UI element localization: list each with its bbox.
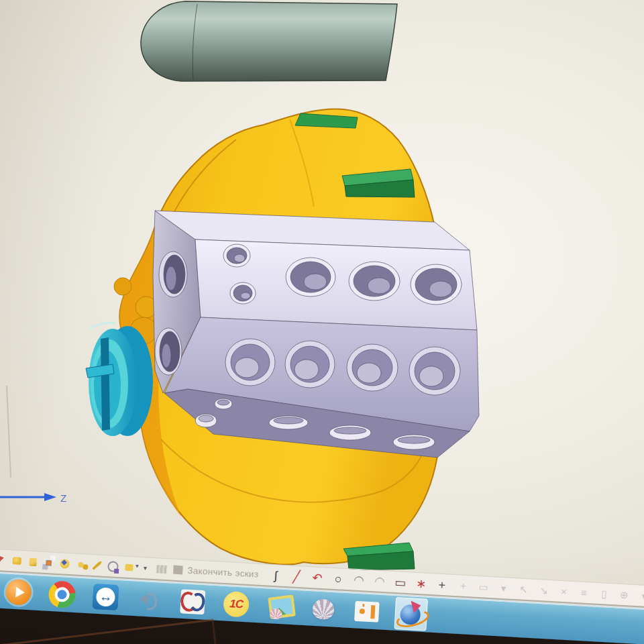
- monitor-photo: Z ▾ Закончить эскиз ʃ╱↶○◠◠▭∗+ +▭▾↖↘×≡▯⊕▾…: [0, 0, 644, 644]
- arc-icon[interactable]: ◠: [352, 574, 366, 586]
- finish-sketch-label: Закончить эскиз: [187, 566, 259, 580]
- yellow-knob-1[interactable]: [114, 278, 131, 295]
- knob-slot-vertical: [101, 337, 110, 431]
- target-faint-icon[interactable]: ⊕: [619, 588, 630, 601]
- diamond-badge-icon[interactable]: [59, 557, 70, 570]
- photo-viewer-icon[interactable]: [264, 590, 296, 623]
- teal-knob[interactable]: [86, 323, 153, 436]
- linked-squares-icon[interactable]: [43, 556, 54, 569]
- finish-sketch-button[interactable]: Закончить эскиз: [173, 565, 259, 580]
- 1c-app-icon[interactable]: 1С: [220, 588, 252, 621]
- cad-viewport[interactable]: Z: [0, 0, 644, 644]
- red-marker-icon[interactable]: [0, 553, 6, 566]
- scanner-app-icon[interactable]: [351, 595, 383, 627]
- arc-alt-icon[interactable]: ◠: [372, 575, 386, 588]
- pencil-tool-icon[interactable]: [91, 559, 103, 572]
- yellow-tool-icon-b[interactable]: [27, 555, 38, 568]
- gray-capsule-cylinder[interactable]: [141, 1, 397, 81]
- volume-icon[interactable]: [133, 583, 165, 615]
- kompas-3d-icon[interactable]: [394, 597, 428, 631]
- dropdown-caret-icon[interactable]: ▾: [140, 561, 151, 574]
- knob-highlight: [90, 323, 115, 329]
- z-axis-indicator: Z: [0, 386, 66, 504]
- panel-faint-icon[interactable]: ▯: [598, 588, 610, 600]
- teamviewer-icon[interactable]: ↔: [89, 581, 121, 613]
- yellow-tool-icon-a[interactable]: [11, 555, 22, 568]
- shape-faint-icon[interactable]: ▭: [478, 581, 489, 594]
- circle-icon[interactable]: ○: [331, 572, 345, 585]
- caret-faint-icon[interactable]: ▾: [498, 582, 509, 594]
- construction-point-icon[interactable]: ∗: [414, 577, 428, 590]
- media-player-icon[interactable]: [2, 576, 34, 608]
- plus-icon[interactable]: +: [435, 578, 449, 591]
- disabled-grid-icon[interactable]: [156, 563, 167, 576]
- zoom-box-icon[interactable]: [107, 560, 119, 573]
- toolbar-left-group: ▾: [0, 553, 167, 575]
- cursor2-faint-icon[interactable]: ↘: [538, 584, 549, 597]
- finish-sketch-icon: [173, 566, 183, 575]
- dimension-faint-icon[interactable]: ≡: [578, 586, 590, 598]
- caret2-faint-icon[interactable]: ▾: [639, 590, 644, 602]
- shell-icon[interactable]: [307, 593, 339, 625]
- cross-faint-icon[interactable]: ×: [558, 586, 570, 598]
- tangent-arc-icon[interactable]: ↶: [311, 572, 325, 584]
- drilled-block[interactable]: [153, 211, 479, 458]
- cursor-faint-icon[interactable]: ↖: [518, 583, 529, 596]
- toolbar-sketch-group: ʃ╱↶○◠◠▭∗+: [269, 569, 449, 591]
- yellow-dropdown-icon[interactable]: [123, 561, 135, 574]
- chrome-icon[interactable]: [46, 578, 78, 610]
- line-icon[interactable]: ╱: [290, 570, 304, 583]
- desk-frame: [0, 619, 227, 644]
- rectangle-icon[interactable]: ▭: [393, 576, 407, 588]
- cb-app-icon[interactable]: [176, 586, 209, 618]
- add-faint-icon[interactable]: +: [458, 580, 469, 592]
- spline-icon[interactable]: ʃ: [269, 569, 283, 582]
- yellow-circles-icon[interactable]: [75, 558, 87, 571]
- z-axis-arrowhead: [44, 493, 56, 501]
- z-axis-label: Z: [60, 492, 66, 504]
